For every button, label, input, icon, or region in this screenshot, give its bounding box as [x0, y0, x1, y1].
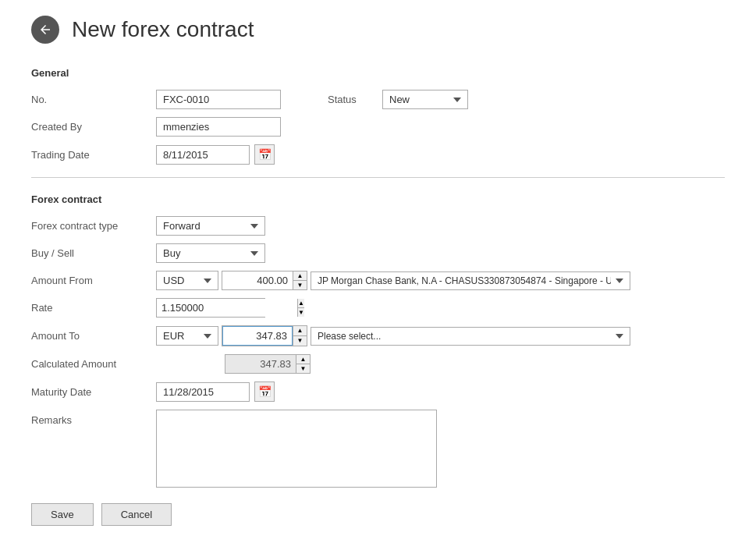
page-header: New forex contract	[31, 16, 725, 44]
amount-from-row: Amount From USD EUR GBP ▲ ▼ JP Morgan Ch…	[31, 271, 725, 290]
amount-to-row: Amount To EUR USD GBP ▲ ▼ Please select.…	[31, 325, 725, 346]
no-input[interactable]	[156, 90, 281, 109]
page-container: New forex contract General No. Status Ne…	[0, 0, 756, 550]
amount-to-increment[interactable]: ▲	[293, 326, 307, 336]
page-title: New forex contract	[72, 17, 254, 42]
amount-to-spinner: ▲ ▼	[222, 325, 307, 346]
rate-label: Rate	[31, 302, 156, 314]
rate-spinner: ▲ ▼	[156, 298, 265, 318]
amount-from-spinner: ▲ ▼	[222, 271, 307, 290]
calculated-amount-row: Calculated Amount ▲ ▼	[31, 354, 725, 374]
maturity-date-label: Maturity Date	[31, 386, 156, 398]
section-divider	[31, 177, 725, 178]
amount-from-input[interactable]	[222, 271, 293, 289]
buy-sell-select[interactable]: Buy Sell	[156, 243, 265, 263]
trading-date-input[interactable]	[156, 145, 250, 165]
trading-date-field: 📅	[156, 144, 275, 165]
remarks-label: Remarks	[31, 410, 156, 426]
general-section: General No. Status New Approved Closed C…	[31, 67, 725, 165]
calculated-amount-spinner-buttons: ▲ ▼	[296, 355, 310, 373]
back-icon	[38, 23, 52, 37]
maturity-date-field: 📅	[156, 381, 275, 402]
buttons-row: Save Cancel	[31, 503, 725, 526]
amount-to-label: Amount To	[31, 330, 156, 342]
remarks-textarea[interactable]	[156, 410, 437, 488]
calculated-amount-spinner: ▲ ▼	[225, 354, 311, 374]
bank-to-select[interactable]: Please select...	[311, 327, 630, 346]
forex-section: Forex contract Forex contract type Forwa…	[31, 193, 725, 488]
calculated-amount-increment[interactable]: ▲	[296, 355, 310, 364]
contract-type-row: Forex contract type Forward Spot Option	[31, 216, 725, 236]
bank-from-select[interactable]: JP Morgan Chase Bank, N.A - CHASUS330873…	[311, 271, 630, 290]
contract-type-label: Forex contract type	[31, 220, 156, 232]
no-label: No.	[31, 94, 156, 105]
rate-input[interactable]	[157, 299, 297, 317]
rate-spinner-buttons: ▲ ▼	[297, 299, 304, 317]
calculated-amount-decrement[interactable]: ▼	[296, 364, 310, 373]
back-button[interactable]	[31, 16, 59, 44]
buy-sell-row: Buy / Sell Buy Sell	[31, 243, 725, 263]
amount-from-decrement[interactable]: ▼	[293, 281, 307, 289]
general-section-title: General	[31, 67, 725, 79]
trading-date-row: Trading Date 📅	[31, 144, 725, 165]
trading-date-calendar-icon[interactable]: 📅	[254, 144, 275, 165]
calculated-amount-input	[225, 355, 296, 373]
rate-row: Rate ▲ ▼	[31, 298, 725, 318]
no-status-row: No. Status New Approved Closed	[31, 90, 725, 109]
no-field	[156, 90, 281, 109]
maturity-date-calendar-icon[interactable]: 📅	[254, 381, 275, 402]
buy-sell-label: Buy / Sell	[31, 247, 156, 259]
amount-from-increment[interactable]: ▲	[293, 271, 307, 281]
amount-to-spinner-buttons: ▲ ▼	[293, 326, 307, 346]
amount-from-label: Amount From	[31, 275, 156, 286]
cancel-button[interactable]: Cancel	[101, 503, 172, 526]
forex-section-title: Forex contract	[31, 193, 725, 205]
amount-to-compound: EUR USD GBP ▲ ▼ Please select...	[156, 325, 630, 346]
currency-to-select[interactable]: EUR USD GBP	[156, 326, 218, 346]
created-by-input[interactable]	[156, 117, 281, 137]
maturity-date-row: Maturity Date 📅	[31, 381, 725, 402]
rate-decrement[interactable]: ▼	[298, 308, 304, 317]
amount-from-spinner-buttons: ▲ ▼	[293, 271, 307, 289]
status-group: Status New Approved Closed	[328, 90, 468, 109]
created-by-row: Created By	[31, 117, 725, 137]
currency-from-select[interactable]: USD EUR GBP	[156, 271, 218, 290]
trading-date-label: Trading Date	[31, 149, 156, 161]
amount-from-compound: USD EUR GBP ▲ ▼ JP Morgan Chase Bank, N.…	[156, 271, 630, 290]
amount-to-input[interactable]	[222, 326, 293, 346]
rate-increment[interactable]: ▲	[298, 299, 304, 308]
remarks-row: Remarks	[31, 410, 725, 488]
contract-type-select[interactable]: Forward Spot Option	[156, 216, 265, 236]
maturity-date-input[interactable]	[156, 382, 250, 402]
created-by-label: Created By	[31, 121, 156, 133]
save-button[interactable]: Save	[31, 503, 94, 526]
calculated-amount-label: Calculated Amount	[31, 358, 156, 370]
amount-to-decrement[interactable]: ▼	[293, 336, 307, 346]
status-select[interactable]: New Approved Closed	[382, 90, 468, 109]
status-label: Status	[328, 94, 374, 105]
